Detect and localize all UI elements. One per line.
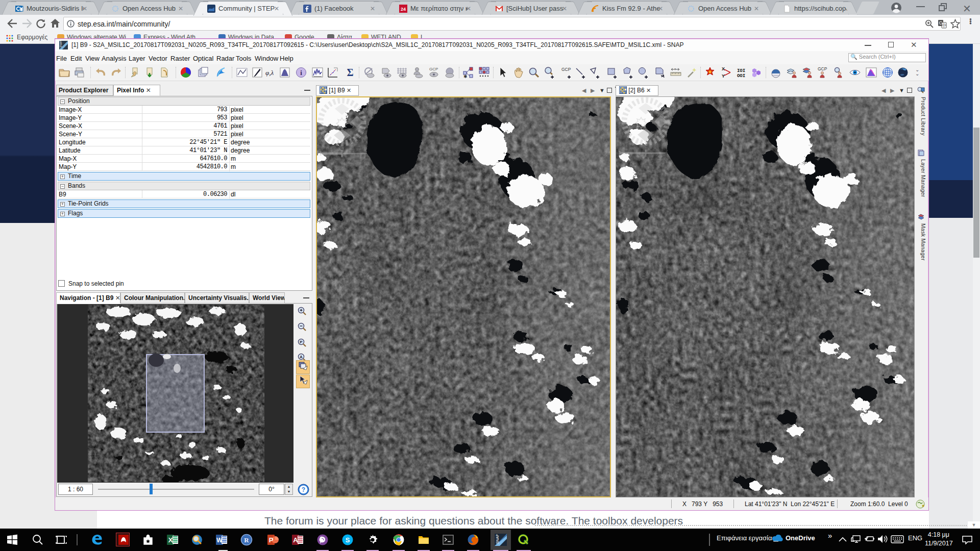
svg-text:?: ? xyxy=(302,486,305,493)
svg-text:IOI: IOI xyxy=(737,68,745,73)
svg-text:P: P xyxy=(269,536,274,544)
svg-text:S: S xyxy=(346,536,350,544)
svg-text:φ,λ: φ,λ xyxy=(265,69,274,77)
svg-text:X: X xyxy=(722,66,725,71)
svg-text:R: R xyxy=(244,536,249,544)
svg-text:GCP: GCP xyxy=(818,66,827,71)
svg-text:中: 中 xyxy=(942,23,946,28)
svg-text:P: P xyxy=(300,340,303,344)
svg-text:Y: Y xyxy=(722,73,725,79)
svg-text:i: i xyxy=(300,69,302,77)
svg-text:SNAP: SNAP xyxy=(496,534,499,544)
svg-text:Σ: Σ xyxy=(347,67,353,78)
svg-text:GCP: GCP xyxy=(561,67,571,72)
svg-text:A: A xyxy=(293,536,298,544)
svg-text:GCP: GCP xyxy=(429,67,438,71)
svg-text:A: A xyxy=(300,355,303,359)
svg-text:✱: ✱ xyxy=(463,74,468,79)
svg-text:OOI: OOI xyxy=(737,73,745,79)
svg-text:W: W xyxy=(216,537,223,544)
svg-text:24: 24 xyxy=(401,7,406,12)
svg-text:SNAP: SNAP xyxy=(59,41,62,47)
svg-text:X: X xyxy=(168,536,173,544)
